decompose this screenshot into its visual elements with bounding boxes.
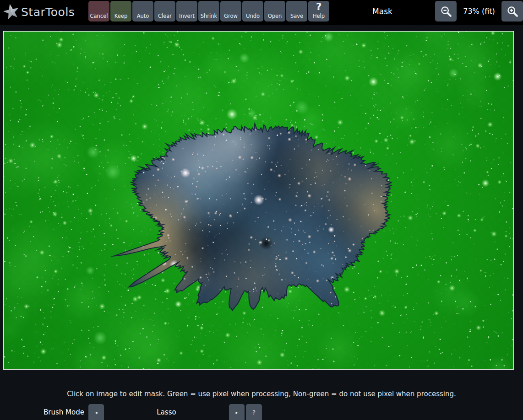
question-mark-icon: ? — [308, 1, 329, 12]
zoom-in-icon — [506, 5, 519, 18]
help-button-label: Help — [313, 13, 325, 19]
image-viewport — [3, 31, 514, 370]
view-title: Mask — [348, 0, 417, 23]
keep-button-label: Keep — [114, 13, 127, 19]
invert-button-label: Invert — [179, 13, 195, 19]
question-mark-icon: ? — [252, 404, 256, 420]
cancel-button[interactable]: Cancel — [88, 1, 109, 22]
cancel-button-label: Cancel — [90, 13, 108, 19]
app-logo: StarTools — [3, 3, 75, 21]
zoom-out-icon — [440, 5, 452, 18]
shrink-button-label: Shrink — [201, 13, 217, 19]
invert-button[interactable]: Invert — [176, 1, 197, 22]
brush-mode-prev-button[interactable]: ◂ — [88, 404, 104, 420]
keep-button[interactable]: Keep — [110, 1, 131, 22]
open-button[interactable]: Open — [264, 1, 285, 22]
brush-mode-value: Lasso — [104, 408, 229, 416]
mask-instruction: Click on image to edit mask. Green = use… — [0, 390, 523, 398]
shrink-button[interactable]: Shrink — [198, 1, 219, 22]
auto-button-label: Auto — [137, 13, 149, 19]
brush-mode-help-button[interactable]: ? — [246, 404, 262, 420]
grow-button[interactable]: Grow — [220, 1, 241, 22]
save-button-label: Save — [290, 13, 303, 19]
save-button[interactable]: Save — [286, 1, 307, 22]
undo-button-label: Undo — [246, 13, 260, 19]
open-button-label: Open — [268, 13, 282, 19]
clear-button-label: Clear — [158, 13, 172, 19]
help-button[interactable]: ? Help — [308, 1, 329, 22]
top-toolbar: StarTools Cancel Keep Auto Clear Invert … — [0, 0, 523, 25]
undo-button[interactable]: Undo — [242, 1, 263, 22]
grow-button-label: Grow — [224, 13, 238, 19]
brush-mode-label: Brush Mode — [44, 408, 84, 416]
zoom-in-button[interactable] — [501, 1, 523, 22]
auto-button[interactable]: Auto — [132, 1, 153, 22]
clear-button[interactable]: Clear — [154, 1, 175, 22]
app-title: StarTools — [21, 5, 75, 19]
startools-star-icon — [3, 3, 20, 21]
toolbar-buttons: Cancel Keep Auto Clear Invert Shrink Gro… — [88, 1, 329, 22]
brush-mode-next-button[interactable]: ▸ — [229, 404, 245, 420]
zoom-out-button[interactable] — [435, 1, 457, 22]
chevron-right-icon: ▸ — [235, 404, 238, 420]
chevron-left-icon: ◂ — [95, 404, 97, 420]
zoom-level: 73% (fit) — [457, 0, 501, 23]
mask-image-canvas[interactable] — [4, 32, 513, 369]
